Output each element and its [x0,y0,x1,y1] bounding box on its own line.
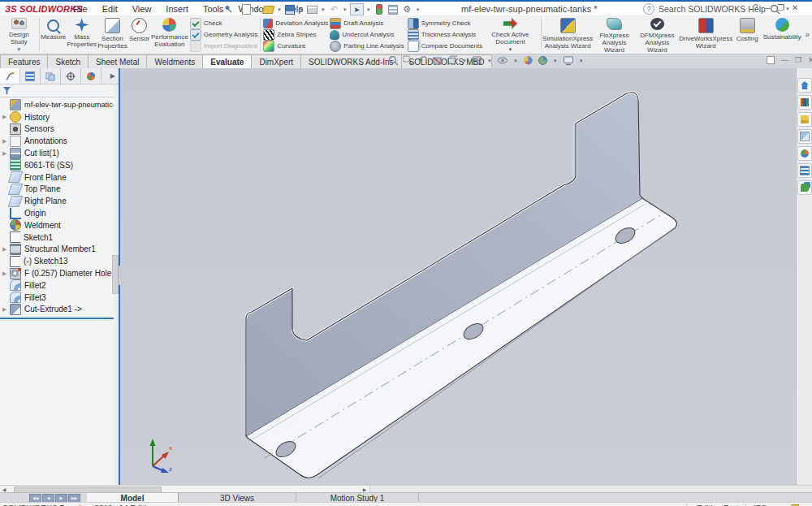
undercut-analysis-button[interactable]: Undercut Analysis [330,29,404,40]
bracket-part-model[interactable] [120,68,796,485]
file-explorer-button[interactable] [797,112,812,127]
appearances-scenes-button[interactable] [797,146,812,161]
tree-item-diameter-hole1[interactable]: ▶F (0.257) Diameter Hole1 [0,267,119,279]
tree-item-weldment[interactable]: Weldment [0,219,119,231]
symmetry-check-button[interactable]: Symmetry Check [408,18,479,28]
file-properties-icon[interactable] [387,4,400,15]
tab-sketch[interactable]: Sketch [47,54,88,68]
menu-view[interactable]: View [132,4,152,14]
zoom-to-fit-icon[interactable] [388,55,399,66]
import-diagnostics-button[interactable]: Import Diagnostics [190,41,258,51]
tree-item-fillet2[interactable]: Fillet2 [0,279,119,292]
new-document-icon[interactable] [240,4,253,15]
previous-view-icon[interactable] [417,55,428,66]
home-button[interactable] [797,78,812,93]
apply-scene-icon[interactable] [538,55,548,66]
restore-button[interactable]: ❐ [777,3,784,12]
displaymanager-tab[interactable] [81,68,102,84]
undo-icon[interactable]: ↶ [328,4,340,15]
last-tab-icon[interactable]: ▶▶ [68,494,80,503]
view-palette-button[interactable] [797,129,812,144]
dimxpertmanager-tab[interactable] [61,68,81,84]
save-icon[interactable] [284,4,296,15]
tree-filter-row[interactable] [0,84,119,97]
scrollbar-thumb[interactable] [112,255,119,294]
forum-button[interactable] [797,180,812,195]
deviation-analysis-button[interactable]: Deviation Analysis [263,18,326,28]
compare-documents-button[interactable]: Compare Documents [408,41,479,51]
thickness-analysis-button[interactable]: Thickness Analysis [408,29,479,40]
design-study-button[interactable]: Design Study▼ [0,15,38,54]
driveworksxpress-button[interactable]: DriveWorksXpress Wizard [679,15,732,54]
tab-solidworks-add-ins[interactable]: SOLIDWORKS Add-Ins [300,54,400,68]
measure-button[interactable]: Measure [41,15,67,54]
geometry-analysis-button[interactable]: Geometry Analysis [190,29,258,40]
tree-item-top-plane[interactable]: Top Plane [0,184,119,196]
tree-item-annotations[interactable]: ▶Annotations [0,135,119,147]
simulationxpress-button[interactable]: SimulationXpress Analysis Wizard [542,15,593,54]
view-orientation-icon[interactable] [447,55,457,66]
tree-root-part[interactable]: mf-elev-twr-sup-pneumatic-tanks [0,99,119,111]
configurationmanager-tab[interactable] [41,68,61,84]
draft-analysis-button[interactable]: Draft Analysis [330,18,404,28]
tree-item-material[interactable]: 6061-T6 (SS) [0,159,119,171]
costing-button[interactable]: Costing [732,15,762,54]
propertymanager-tab[interactable] [20,68,41,84]
check-active-document-button[interactable]: Check Active Document▼ [481,15,541,54]
parting-line-analysis-button[interactable]: Parting Line Analysis [330,41,404,51]
tab-weldments[interactable]: Weldments [146,54,202,68]
tree-item-right-plane[interactable]: Right Plane [0,195,119,207]
first-tab-icon[interactable]: ◀◀ [29,494,41,503]
options-icon[interactable]: ⚙ [401,4,413,15]
mass-properties-button[interactable]: Mass Properties [67,15,97,54]
tree-item-sketch1[interactable]: Sketch1 [0,231,119,244]
menu-tools[interactable]: Tools [203,4,224,14]
view-settings-icon[interactable] [563,55,574,66]
close-button[interactable]: ✕ [792,3,798,12]
open-icon[interactable] [262,4,274,15]
tree-item-cut-list[interactable]: ▶Cut list(1) [0,147,119,159]
edit-appearance-icon[interactable] [523,55,533,66]
floxpress-button[interactable]: FloXpress Analysis Wizard [593,15,635,54]
search-label[interactable]: Search SOLIDWORKS Help [659,4,766,14]
rollback-bar[interactable] [0,318,119,319]
featuremanager-tab[interactable] [0,68,20,84]
tab-dimxpert[interactable]: DimXpert [251,54,300,68]
section-view-icon[interactable] [432,55,443,66]
tree-item-structural-member1[interactable]: ▶Structural Member1 [0,244,119,256]
doc-minimize-icon[interactable]: — [781,56,788,64]
tree-item-front-plane[interactable]: Front Plane [0,171,119,184]
tree-item-origin[interactable]: Origin [0,207,119,219]
menu-edit[interactable]: Edit [102,4,118,14]
tab-sheet-metal[interactable]: Sheet Metal [88,54,146,68]
sustainability-button[interactable]: Sustainability [762,15,802,54]
tab-features[interactable]: Features [0,54,47,68]
doc-restore-icon[interactable]: ❐ [795,56,801,64]
zebra-stripes-button[interactable]: Zebra Stripes [263,29,326,40]
tree-item-sketch13[interactable]: (-) Sketch13 [0,255,119,267]
section-properties-button[interactable]: Section Properties [97,15,128,54]
design-library-button[interactable] [797,95,812,110]
doc-close-icon[interactable]: ✕ [808,56,812,64]
print-icon[interactable] [306,4,318,15]
tree-item-cut-extrude1[interactable]: ▶Cut-Extrude1 -> [0,304,119,316]
sensor-button[interactable]: Sensor [127,15,151,54]
doc-new-window-icon[interactable] [767,56,775,64]
check-button[interactable]: Check [190,18,258,28]
zoom-to-area-icon[interactable] [403,55,413,66]
display-style-icon[interactable] [472,55,482,66]
performance-evaluation-button[interactable]: Performance Evaluation [151,15,188,54]
menu-insert[interactable]: Insert [166,4,188,14]
select-cursor-icon[interactable]: ➤ [350,3,364,15]
hide-show-items-icon[interactable] [497,55,508,66]
previous-tab-icon[interactable]: ◀ [42,494,54,503]
menu-file[interactable]: File [73,4,88,14]
rebuild-icon[interactable] [374,4,386,15]
pin-menu-icon[interactable] [224,5,232,13]
ribbon-overflow-button[interactable]: » [802,30,812,39]
help-button[interactable]: ? [754,3,758,12]
tree-item-fillet3[interactable]: Fillet3 [0,292,119,304]
tab-evaluate[interactable]: Evaluate [202,54,251,68]
tree-item-sensors[interactable]: Sensors [0,123,119,136]
custom-properties-button[interactable] [797,163,812,178]
